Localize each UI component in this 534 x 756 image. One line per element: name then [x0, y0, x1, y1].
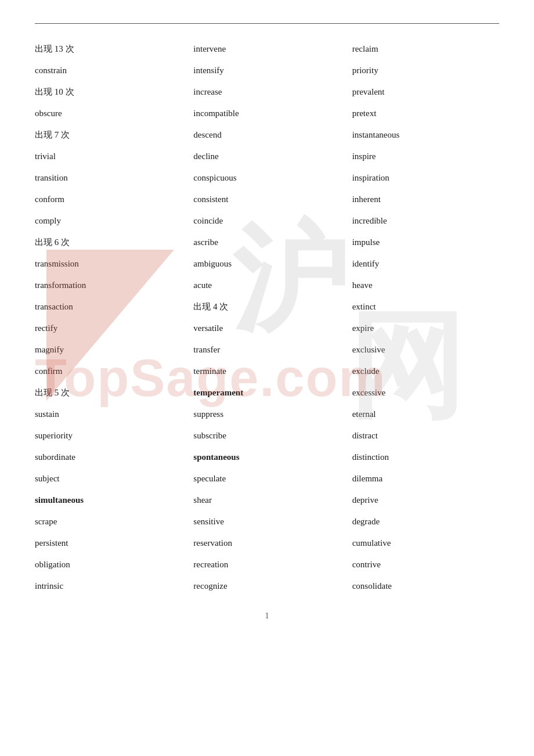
page-container: 沪 网 TopSage.com 出现 13 次intervenereclaimc… [0, 0, 534, 656]
frequency-header: 出现 7 次 [35, 127, 182, 143]
word-item: coincide [193, 213, 340, 229]
word-item: temperament [193, 385, 340, 401]
word-item: recreation [193, 557, 340, 573]
word-item: intervene [193, 41, 340, 57]
word-item: intrinsic [35, 578, 182, 594]
word-item: decline [193, 149, 340, 164]
word-item: descend [193, 127, 340, 143]
word-item: speculate [193, 471, 340, 487]
word-item: contrive [352, 557, 499, 573]
word-item: deprive [352, 492, 499, 508]
frequency-header: 出现 5 次 [35, 385, 182, 401]
word-item: distract [352, 428, 499, 444]
word-item: exclude [352, 363, 499, 379]
word-item: sensitive [193, 514, 340, 530]
word-item: trivial [35, 149, 182, 164]
word-item: transmission [35, 256, 182, 272]
word-item: conform [35, 192, 182, 207]
word-item: inspire [352, 149, 499, 164]
word-item: transformation [35, 278, 182, 293]
word-item: instantaneous [352, 127, 499, 143]
word-item: conspicuous [193, 170, 340, 186]
word-item: confirm [35, 363, 182, 379]
word-item: transition [35, 170, 182, 186]
word-item: subject [35, 471, 182, 487]
word-item: eternal [352, 406, 499, 422]
word-item: degrade [352, 514, 499, 530]
word-item: constrain [35, 63, 182, 78]
word-item: extinct [352, 299, 499, 315]
word-item: obligation [35, 557, 182, 573]
frequency-header: 出现 13 次 [35, 41, 182, 57]
frequency-header: 出现 4 次 [193, 299, 340, 315]
word-item: prevalent [352, 84, 499, 100]
word-item: scrape [35, 514, 182, 530]
word-item: terminate [193, 363, 340, 379]
word-item: reservation [193, 535, 340, 551]
word-item: intensify [193, 63, 340, 78]
word-item: priority [352, 63, 499, 78]
word-item: increase [193, 84, 340, 100]
word-item: exclusive [352, 342, 499, 358]
top-border [35, 23, 499, 24]
word-item: consolidate [352, 578, 499, 594]
word-item: subordinate [35, 449, 182, 465]
word-item: reclaim [352, 41, 499, 57]
word-item: incompatible [193, 106, 340, 121]
word-item: distinction [352, 449, 499, 465]
word-item: acute [193, 278, 340, 293]
word-item: rectify [35, 321, 182, 336]
word-item: recognize [193, 578, 340, 594]
word-item: pretext [352, 106, 499, 121]
word-item: versatile [193, 321, 340, 336]
word-item: dilemma [352, 471, 499, 487]
word-item: comply [35, 213, 182, 229]
word-item: superiority [35, 428, 182, 444]
word-item: excessive [352, 385, 499, 401]
word-item: transaction [35, 299, 182, 315]
word-item: spontaneous [193, 449, 340, 465]
word-item: persistent [35, 535, 182, 551]
word-item: transfer [193, 342, 340, 358]
word-grid: 出现 13 次intervenereclaimconstrainintensif… [35, 41, 499, 594]
word-item: cumulative [352, 535, 499, 551]
word-item: magnify [35, 342, 182, 358]
word-item: suppress [193, 406, 340, 422]
word-item: heave [352, 278, 499, 293]
word-item: shear [193, 492, 340, 508]
frequency-header: 出现 6 次 [35, 235, 182, 250]
word-item: ascribe [193, 235, 340, 250]
word-item: sustain [35, 406, 182, 422]
word-item: subscribe [193, 428, 340, 444]
word-item: impulse [352, 235, 499, 250]
word-item: incredible [352, 213, 499, 229]
word-item: expire [352, 321, 499, 336]
frequency-header: 出现 10 次 [35, 84, 182, 100]
word-item: obscure [35, 106, 182, 121]
word-item: inspiration [352, 170, 499, 186]
word-item: simultaneous [35, 492, 182, 508]
word-item: ambiguous [193, 256, 340, 272]
word-item: consistent [193, 192, 340, 207]
page-number: 1 [35, 611, 499, 621]
word-item: identify [352, 256, 499, 272]
word-item: inherent [352, 192, 499, 207]
